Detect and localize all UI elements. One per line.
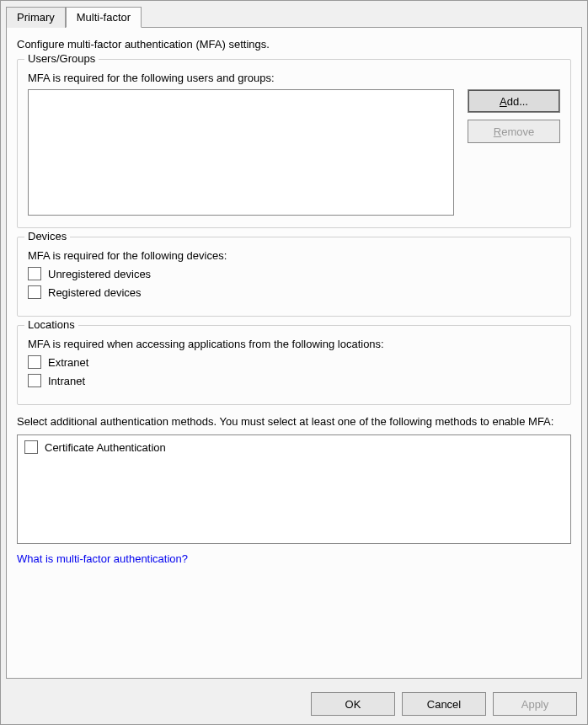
users-groups-listbox[interactable]: [28, 89, 454, 216]
locations-subtitle: MFA is required when accessing applicati…: [28, 338, 560, 350]
groupbox-title-devices: Devices: [24, 230, 70, 243]
methods-description: Select additional authentication methods…: [17, 415, 571, 428]
groupbox-title-locations: Locations: [24, 318, 78, 331]
label-extranet: Extranet: [48, 356, 88, 369]
groupbox-title-users: Users/Groups: [24, 52, 99, 65]
groupbox-users-groups: Users/Groups MFA is required for the fol…: [17, 59, 571, 228]
checkbox-intranet[interactable]: [28, 374, 41, 387]
checkbox-extranet[interactable]: [28, 355, 41, 369]
tab-panel-multifactor: Configure multi-factor authentication (M…: [6, 27, 582, 679]
tab-strip: Primary Multi-factor: [1, 1, 587, 27]
label-unregistered-devices: Unregistered devices: [48, 268, 151, 280]
groupbox-locations: Locations MFA is required when accessing…: [17, 325, 571, 405]
label-certificate-auth: Certificate Authentication: [45, 441, 166, 454]
dialog-button-bar: OK Cancel Apply: [1, 684, 587, 724]
devices-subtitle: MFA is required for the following device…: [28, 249, 560, 262]
label-registered-devices: Registered devices: [48, 286, 142, 299]
label-intranet: Intranet: [48, 375, 85, 387]
ok-button[interactable]: OK: [311, 692, 395, 716]
panel-description: Configure multi-factor authentication (M…: [17, 38, 571, 51]
apply-button[interactable]: Apply: [493, 692, 577, 716]
help-link-mfa[interactable]: What is multi-factor authentication?: [17, 552, 571, 565]
checkbox-unregistered-devices[interactable]: [28, 267, 41, 280]
methods-listbox[interactable]: Certificate Authentication: [17, 434, 571, 544]
tab-multifactor[interactable]: Multi-factor: [66, 7, 142, 28]
remove-button[interactable]: Remove: [468, 120, 560, 143]
groupbox-devices: Devices MFA is required for the followin…: [17, 237, 571, 317]
users-groups-subtitle: MFA is required for the following users …: [28, 72, 560, 84]
checkbox-registered-devices[interactable]: [28, 285, 41, 299]
add-button[interactable]: Add...: [468, 89, 560, 113]
tab-primary[interactable]: Primary: [6, 7, 66, 28]
cancel-button[interactable]: Cancel: [402, 692, 486, 716]
checkbox-certificate-auth[interactable]: [24, 440, 38, 454]
